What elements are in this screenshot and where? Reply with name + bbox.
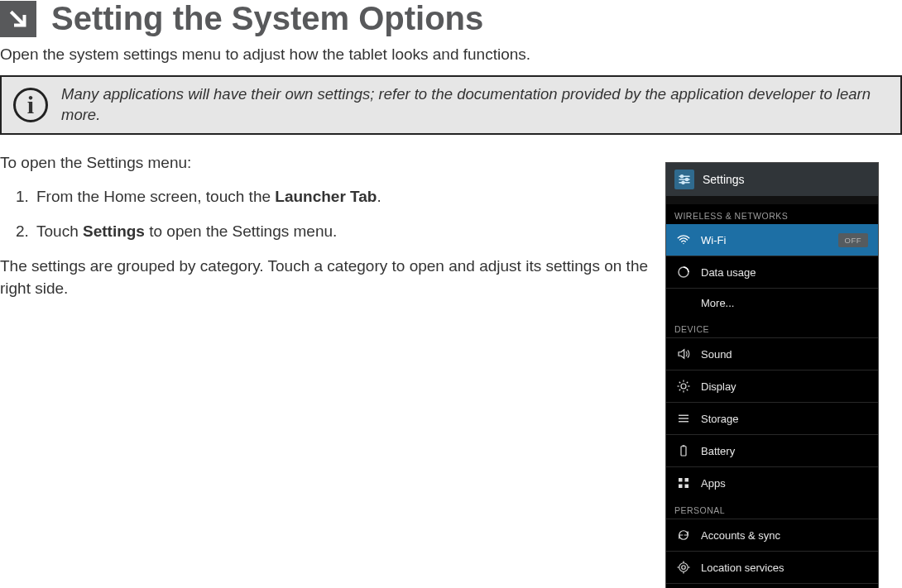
followup-text: The settings are grouped by category. To… [0,255,654,300]
ss-item-apps[interactable]: Apps [666,466,878,499]
ss-label: Data usage [701,266,756,279]
svg-line-14 [687,382,688,384]
ss-item-security[interactable]: Security [666,583,878,588]
step-text: Touch [36,222,83,240]
ss-item-sound[interactable]: Sound [666,337,878,370]
ss-label: Sound [701,348,732,361]
svg-point-4 [686,179,688,181]
ss-section-wireless: WIRELESS & NETWORKS [666,204,878,224]
ss-label: Location services [701,562,784,574]
sound-icon [676,347,691,361]
info-text: Many applications will have their own se… [61,84,889,126]
svg-point-25 [682,566,686,570]
svg-point-5 [682,181,684,184]
ss-label: More... [701,297,734,309]
sync-icon [676,528,691,543]
step-1: From the Home screen, touch the Launcher… [33,185,654,208]
svg-line-15 [679,390,681,391]
wifi-toggle[interactable]: OFF [838,233,869,247]
ss-label: Apps [701,477,726,490]
svg-point-26 [679,563,688,572]
page-title: Setting the System Options [51,0,483,37]
step-text: to open the Settings menu. [145,222,337,240]
ss-label: Display [701,380,736,393]
svg-rect-21 [679,478,683,482]
ss-item-accounts[interactable]: Accounts & sync [666,519,878,551]
location-icon [676,560,691,575]
arrow-down-right-icon [0,1,36,37]
page-header: Setting the System Options [0,0,902,41]
intro-text: Open the system settings menu to adjust … [0,45,902,64]
ss-section-personal: PERSONAL [666,499,878,519]
ss-item-display[interactable]: Display [666,370,878,402]
ss-item-location[interactable]: Location services [666,551,878,583]
svg-point-3 [681,175,684,178]
svg-line-12 [679,382,681,384]
ss-item-data-usage[interactable]: Data usage [666,256,878,288]
step-text: From the Home screen, touch the [36,188,275,205]
storage-icon [676,411,691,426]
svg-rect-20 [683,445,685,447]
apps-icon [676,476,691,490]
ss-divider-bar [666,196,878,204]
step-2: Touch Settings to open the Settings menu… [33,220,654,243]
ss-item-storage[interactable]: Storage [666,402,878,434]
svg-rect-23 [679,485,683,489]
step-text: . [377,188,381,205]
step-bold: Settings [83,222,145,240]
instruction-column: To open the Settings menu: From the Home… [0,151,654,312]
settings-app-icon [674,170,694,189]
info-icon: i [13,88,48,122]
settings-screenshot: Settings WIRELESS & NETWORKS Wi-Fi OFF D… [665,162,879,588]
wifi-icon [676,232,691,247]
display-icon [676,379,691,394]
svg-rect-19 [681,447,686,456]
ss-label: Accounts & sync [701,529,780,542]
ss-label: Storage [701,413,739,425]
ss-item-wifi[interactable]: Wi-Fi OFF [666,224,878,256]
data-usage-icon [676,265,691,280]
ss-label: Battery [701,445,735,457]
svg-point-7 [681,384,686,389]
step-list: From the Home screen, touch the Launcher… [18,185,654,242]
info-callout: i Many applications will have their own … [0,75,902,135]
ss-item-more[interactable]: More... [666,288,878,318]
svg-rect-24 [685,485,689,489]
step-bold: Launcher Tab [275,188,377,205]
ss-label: Wi-Fi [701,234,726,246]
ss-item-battery[interactable]: Battery [666,434,878,466]
ss-header: Settings [666,163,878,196]
ss-app-title: Settings [703,173,745,186]
svg-line-13 [687,390,688,391]
battery-icon [676,443,691,458]
svg-rect-22 [685,478,689,482]
subheading: To open the Settings menu: [0,151,654,174]
ss-section-device: DEVICE [666,318,878,337]
